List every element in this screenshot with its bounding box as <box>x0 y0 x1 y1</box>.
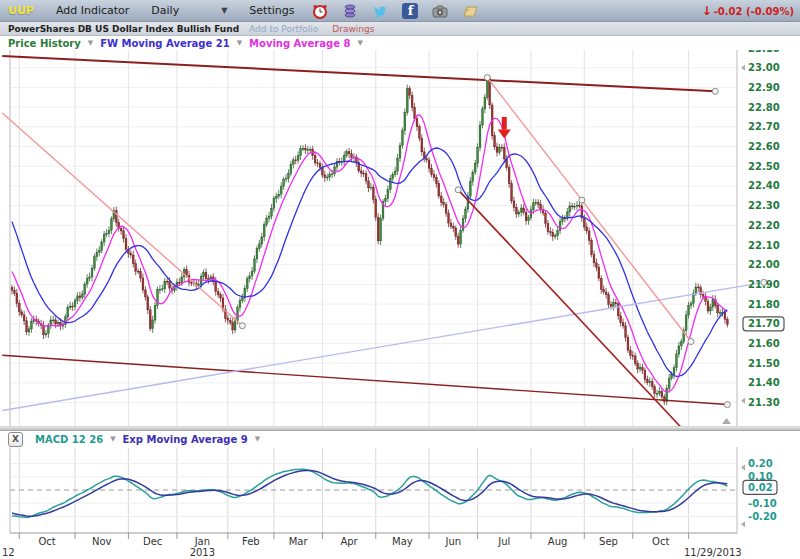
axis-range-marker <box>741 465 745 471</box>
svg-text:21.30: 21.30 <box>748 397 780 408</box>
svg-text:May: May <box>392 536 413 547</box>
symbol-info-row: PowerShares DB US Dollar Index Bullish F… <box>0 22 800 36</box>
notes-icon[interactable] <box>462 3 478 19</box>
chevron-down-icon[interactable]: ▼ <box>110 435 115 443</box>
trend-lines[interactable] <box>2 56 763 430</box>
svg-text:12: 12 <box>2 547 15 558</box>
svg-text:22.40: 22.40 <box>748 180 780 191</box>
close-icon[interactable]: X <box>8 432 23 447</box>
price-history-dropdown[interactable]: Price History <box>8 38 81 49</box>
axis-range-marker <box>741 398 745 404</box>
price-change-indicator: ↓ -0.02 (-0.09%) <box>702 4 794 18</box>
chart-canvas[interactable]: 23.1023.0022.9022.8022.7022.6022.5022.40… <box>0 0 800 559</box>
gridlines <box>10 48 737 539</box>
svg-text:Jan: Jan <box>194 536 210 547</box>
svg-text:Aug: Aug <box>548 536 568 547</box>
svg-text:Apr: Apr <box>340 536 358 547</box>
svg-text:21.90: 21.90 <box>748 279 780 290</box>
svg-text:22.80: 22.80 <box>748 102 780 113</box>
svg-text:21.80: 21.80 <box>748 299 780 310</box>
svg-text:Sep: Sep <box>599 536 618 547</box>
svg-text:Oct: Oct <box>652 536 669 547</box>
ema9-dropdown[interactable]: Exp Moving Average 9 <box>123 434 248 445</box>
ma21-line[interactable] <box>12 148 727 376</box>
date-axis: OctNovDecJan2013FebMarAprMayJunJulAugSep… <box>2 536 742 558</box>
svg-text:22.50: 22.50 <box>748 161 780 172</box>
macd-dropdown[interactable]: MACD 12 26 <box>35 434 103 445</box>
ma21-dropdown[interactable]: FW Moving Average 21 <box>100 38 230 49</box>
svg-text:Nov: Nov <box>92 536 112 547</box>
svg-text:22.00: 22.00 <box>748 259 780 270</box>
svg-text:Jul: Jul <box>497 536 510 547</box>
chevron-down-icon[interactable]: ▼ <box>88 39 93 47</box>
down-arrow-annotation[interactable] <box>498 117 511 139</box>
symbol-ticker[interactable]: UUP <box>8 4 34 17</box>
svg-text:22.90: 22.90 <box>748 82 780 93</box>
axis-range-marker <box>741 521 745 527</box>
svg-text:22.10: 22.10 <box>748 240 780 251</box>
chevron-down-icon[interactable]: ▼ <box>255 435 260 443</box>
price-change-text: -0.02 (-0.09%) <box>714 6 794 17</box>
svg-text:21.70: 21.70 <box>748 318 780 329</box>
period-dropdown[interactable]: Daily ▼ <box>151 4 227 17</box>
settings-button[interactable]: Settings <box>249 4 294 17</box>
macd-header-row: X MACD 12 26 ▼ Exp Moving Average 9 ▼ <box>0 431 800 447</box>
candlestick-series <box>11 74 728 405</box>
ma8-dropdown[interactable]: Moving Average 8 <box>249 38 350 49</box>
fund-name-label: PowerShares DB US Dollar Index Bullish F… <box>8 24 239 34</box>
period-value: Daily <box>151 4 179 17</box>
svg-text:Oct: Oct <box>39 536 56 547</box>
scroll-marker <box>722 418 731 424</box>
toolbar-icons: f <box>312 3 478 19</box>
data-icon[interactable] <box>342 3 358 19</box>
svg-text:0.02: 0.02 <box>748 482 773 493</box>
chevron-down-icon: ▼ <box>221 6 227 15</box>
svg-text:22.30: 22.30 <box>748 200 780 211</box>
drawings-link[interactable]: Drawings <box>332 24 374 34</box>
svg-text:Dec: Dec <box>143 536 162 547</box>
price-axis: 23.1023.0022.9022.8022.7022.6022.5022.40… <box>722 43 784 528</box>
svg-text:Mar: Mar <box>289 536 309 547</box>
chevron-down-icon[interactable]: ▼ <box>357 39 362 47</box>
svg-text:22.20: 22.20 <box>748 220 780 231</box>
price-pane[interactable] <box>11 74 728 405</box>
svg-text:21.50: 21.50 <box>748 358 780 369</box>
svg-text:22.70: 22.70 <box>748 121 780 132</box>
svg-text:Feb: Feb <box>242 536 260 547</box>
indicator-legend-row: Price History ▼ FW Moving Average 21 ▼ M… <box>0 36 800 50</box>
svg-text:2013: 2013 <box>190 547 215 558</box>
ma8-line[interactable] <box>12 115 727 392</box>
add-to-portfolio-link[interactable]: Add to Portfolio <box>249 24 318 34</box>
charting-app-window: { "toolbar": { "symbol": "UUP", "add_ind… <box>0 0 800 559</box>
chevron-down-icon[interactable]: ▼ <box>237 39 242 47</box>
add-indicator-button[interactable]: Add Indicator <box>56 4 129 17</box>
svg-text:21.60: 21.60 <box>748 338 780 349</box>
svg-text:-0.10: -0.10 <box>748 498 777 509</box>
svg-text:0.20: 0.20 <box>748 458 773 469</box>
svg-text:-0.20: -0.20 <box>748 511 777 522</box>
svg-text:21.40: 21.40 <box>748 377 780 388</box>
alerts-icon[interactable] <box>312 3 328 19</box>
facebook-icon[interactable]: f <box>402 3 418 19</box>
axis-range-marker <box>741 65 745 71</box>
top-toolbar: UUP Add Indicator Daily ▼ Settings f ↓ -… <box>0 0 800 22</box>
down-arrow-icon: ↓ <box>702 4 712 18</box>
svg-text:22.60: 22.60 <box>748 141 780 152</box>
svg-text:23.00: 23.00 <box>748 62 780 73</box>
svg-text:11/29/2013: 11/29/2013 <box>684 547 742 558</box>
svg-text:Jun: Jun <box>445 536 462 547</box>
camera-icon[interactable] <box>432 3 448 19</box>
twitter-icon[interactable] <box>372 3 388 19</box>
